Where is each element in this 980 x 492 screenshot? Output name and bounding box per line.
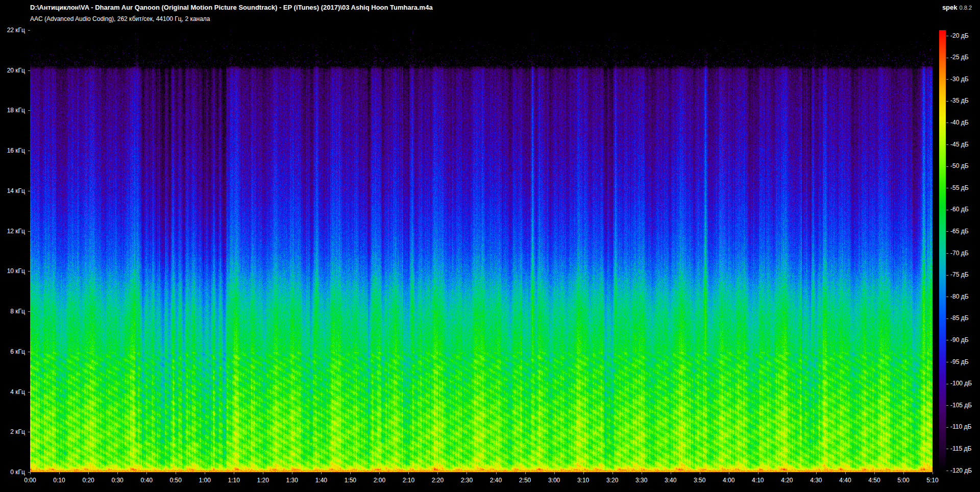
time-tick-label: 4:40: [839, 477, 851, 484]
time-tick-mark: [321, 472, 322, 474]
db-tick-label: -100 дБ: [950, 380, 972, 387]
db-tick-mark: [946, 427, 948, 428]
db-tick-label: -75 дБ: [950, 272, 969, 278]
db-tick-mark: [946, 101, 948, 102]
time-tick-mark: [903, 472, 904, 474]
frequency-tick-label: 20 кГц: [0, 67, 25, 74]
time-tick-mark: [729, 472, 729, 474]
time-tick-mark: [30, 472, 31, 474]
time-tick-mark: [176, 472, 176, 474]
time-tick-label: 1:00: [199, 477, 211, 484]
frequency-tick-label: 18 кГц: [0, 107, 25, 114]
time-tick-label: 0:20: [82, 477, 94, 484]
db-tick-mark: [946, 58, 948, 58]
time-tick-label: 5:10: [926, 477, 938, 484]
db-tick-label: -115 дБ: [950, 446, 971, 452]
time-tick-mark: [379, 472, 380, 474]
db-tick-label: -20 дБ: [950, 33, 969, 39]
time-tick-label: 5:00: [897, 477, 909, 484]
db-tick-label: -105 дБ: [950, 402, 972, 409]
db-tick-mark: [946, 188, 948, 188]
db-tick-mark: [946, 362, 948, 362]
frequency-tick-label: 6 кГц: [0, 348, 25, 355]
app-version-number: 0.8.2: [960, 5, 972, 11]
spectrogram-plot: [30, 30, 933, 472]
frequency-tick-label: 4 кГц: [0, 388, 25, 396]
db-tick-mark: [946, 405, 948, 406]
time-tick-mark: [845, 472, 846, 474]
db-tick-label: -120 дБ: [950, 468, 972, 474]
db-tick-mark: [946, 340, 948, 340]
time-tick-label: 0:10: [53, 477, 65, 484]
time-tick-mark: [234, 472, 234, 474]
time-tick-label: 4:00: [723, 477, 734, 484]
time-tick-mark: [350, 472, 351, 474]
time-tick-mark: [933, 472, 933, 474]
db-tick-label: -60 дБ: [950, 206, 969, 213]
time-tick-mark: [758, 472, 758, 474]
frequency-tick-label: 12 кГц: [0, 228, 25, 235]
db-tick-label: -95 дБ: [950, 359, 969, 365]
codec-info: AAC (Advanced Audio Coding), 262 кбит/се…: [30, 15, 210, 22]
time-tick-label: 0:00: [24, 477, 36, 484]
time-tick-mark: [496, 472, 497, 474]
time-tick-mark: [205, 472, 205, 474]
time-tick-mark: [146, 472, 147, 474]
frequency-tick-label: 2 кГц: [0, 428, 25, 435]
time-tick-mark: [59, 472, 60, 474]
db-tick-mark: [946, 253, 948, 254]
time-tick-label: 0:30: [111, 477, 123, 484]
frequency-tick-label: 16 кГц: [0, 147, 25, 154]
time-tick-mark: [554, 472, 555, 474]
time-tick-label: 3:00: [548, 477, 560, 484]
db-tick-label: -30 дБ: [950, 76, 969, 83]
time-tick-label: 3:30: [635, 477, 647, 484]
time-tick-mark: [292, 472, 292, 474]
db-tick-label: -40 дБ: [950, 119, 969, 126]
time-tick-label: 4:10: [752, 477, 764, 484]
db-tick-label: -85 дБ: [950, 315, 969, 322]
time-tick-mark: [874, 472, 875, 474]
time-tick-label: 3:40: [665, 477, 676, 484]
time-tick-mark: [117, 472, 118, 474]
time-tick-label: 2:40: [490, 477, 502, 484]
db-tick-label: -70 дБ: [950, 250, 969, 257]
time-tick-label: 3:50: [694, 477, 705, 484]
time-tick-mark: [816, 472, 817, 474]
time-tick-mark: [88, 472, 89, 474]
time-tick-label: 1:20: [257, 477, 269, 484]
time-tick-label: 2:00: [374, 477, 385, 484]
db-tick-mark: [946, 449, 948, 449]
time-tick-label: 2:30: [461, 477, 473, 484]
app-version-badge: spek0.8.2: [942, 4, 972, 11]
frequency-tick-label: 14 кГц: [0, 187, 25, 194]
time-tick-label: 4:20: [781, 477, 793, 484]
db-tick-mark: [946, 318, 948, 319]
time-tick-mark: [787, 472, 788, 474]
db-tick-mark: [946, 275, 948, 276]
frequency-tick-label: 0 кГц: [0, 469, 25, 476]
time-tick-label: 1:30: [286, 477, 298, 484]
time-tick-label: 3:10: [577, 477, 589, 484]
db-legend: -20 дБ-25 дБ-30 дБ-35 дБ-40 дБ-45 дБ-50 …: [939, 30, 980, 472]
time-tick-mark: [467, 472, 467, 474]
db-tick-mark: [946, 36, 948, 36]
legend-gradient: [939, 30, 946, 472]
db-tick-label: -110 дБ: [950, 424, 971, 430]
frequency-tick-label: 10 кГц: [0, 267, 25, 275]
db-tick-mark: [946, 384, 948, 384]
time-tick-mark: [525, 472, 526, 474]
spectrogram-canvas: [30, 30, 933, 472]
app-name-label: spek: [942, 4, 958, 11]
db-tick-label: -45 дБ: [950, 141, 969, 148]
time-tick-mark: [642, 472, 642, 474]
db-tick-mark: [946, 297, 948, 297]
time-tick-label: 1:10: [228, 477, 240, 484]
db-tick-mark: [946, 79, 948, 80]
db-tick-mark: [946, 122, 948, 123]
time-tick-mark: [700, 472, 700, 474]
db-tick-mark: [946, 166, 948, 167]
db-tick-label: -35 дБ: [950, 97, 969, 104]
time-tick-mark: [583, 472, 584, 474]
time-tick-label: 3:20: [606, 477, 618, 484]
